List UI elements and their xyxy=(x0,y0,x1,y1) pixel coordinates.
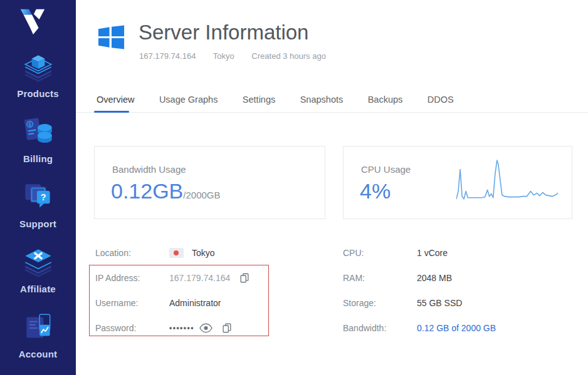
sidebar: Products $ xyxy=(0,0,76,375)
bandwidth-total-value: /2000GB xyxy=(183,190,220,200)
detail-row-storage: Storage: 55 GB SSD xyxy=(343,297,462,309)
server-info-page: Products $ xyxy=(0,0,588,375)
bandwidth-usage-link[interactable]: 0.12 GB of 2000 GB xyxy=(417,323,496,333)
sidebar-nav: Products $ xyxy=(0,45,76,371)
support-icon: ? xyxy=(20,179,56,215)
tab-ddos[interactable]: DDOS xyxy=(428,91,454,112)
tab-usage-graphs[interactable]: Usage Graphs xyxy=(159,91,218,112)
server-ip: 167.179.74.164 xyxy=(139,51,196,61)
cpu-sparkline-chart xyxy=(456,159,558,204)
sidebar-item-label: Affiliate xyxy=(20,284,56,294)
page-title: Server Information xyxy=(139,21,308,44)
tab-settings[interactable]: Settings xyxy=(243,91,275,112)
sidebar-item-label: Support xyxy=(19,218,56,229)
sidebar-item-products[interactable]: Products xyxy=(0,45,76,110)
billing-icon: $ xyxy=(20,114,56,150)
sidebar-item-label: Products xyxy=(17,88,59,99)
detail-row-username: Username: Administrator xyxy=(95,297,221,309)
server-location: Tokyo xyxy=(213,51,234,61)
sidebar-item-label: Billing xyxy=(23,153,53,164)
cpu-usage-value: 4% xyxy=(360,179,391,203)
svg-text:?: ? xyxy=(40,192,46,202)
sidebar-item-affiliate[interactable]: Affiliate xyxy=(0,240,76,306)
password-masked-value: ••••••• xyxy=(169,324,194,332)
tab-snapshots[interactable]: Snapshots xyxy=(300,91,344,112)
detail-row-password: Password: ••••••• xyxy=(95,322,233,334)
detail-row-bandwidth: Bandwidth: 0.12 GB of 2000 GB xyxy=(343,322,496,334)
sidebar-item-label: Account xyxy=(19,349,57,359)
server-meta: 167.179.74.164 Tokyo Created 3 hours ago xyxy=(139,51,341,61)
japan-flag-icon xyxy=(169,248,184,258)
account-icon xyxy=(20,309,56,346)
tab-overview[interactable]: Overview xyxy=(97,91,134,112)
sidebar-item-support[interactable]: ? Support xyxy=(0,175,76,240)
copy-ip-icon[interactable] xyxy=(239,272,250,284)
tab-bar: Overview Usage Graphs Settings Snapshots… xyxy=(76,91,588,113)
detail-row-cpu: CPU: 1 vCore xyxy=(343,247,448,259)
windows-os-icon xyxy=(97,23,126,52)
cpu-usage-card: CPU Usage 4% xyxy=(343,146,572,219)
card-title: Bandwidth Usage xyxy=(112,164,186,175)
bandwidth-usage-card: Bandwidth Usage 0.12GB /2000GB xyxy=(94,146,325,219)
sidebar-item-account[interactable]: Account xyxy=(0,306,76,371)
detail-row-ip-address: IP Address: 167.179.74.164 xyxy=(95,272,250,284)
tab-backups[interactable]: Backups xyxy=(368,91,403,112)
show-password-eye-icon[interactable] xyxy=(199,323,213,333)
main-content: Server Information 167.179.74.164 Tokyo … xyxy=(76,0,588,375)
detail-row-ram: RAM: 2048 MB xyxy=(343,272,452,284)
detail-row-location: Location: Tokyo xyxy=(95,247,215,259)
products-icon xyxy=(20,49,56,85)
sidebar-item-billing[interactable]: $ Billing xyxy=(0,110,76,175)
bandwidth-used-value: 0.12GB xyxy=(111,179,183,203)
copy-password-icon[interactable] xyxy=(221,322,233,334)
card-title: CPU Usage xyxy=(361,164,411,175)
server-created: Created 3 hours ago xyxy=(251,51,326,61)
vultr-logo-icon[interactable] xyxy=(16,5,48,36)
affiliate-icon xyxy=(20,244,56,280)
